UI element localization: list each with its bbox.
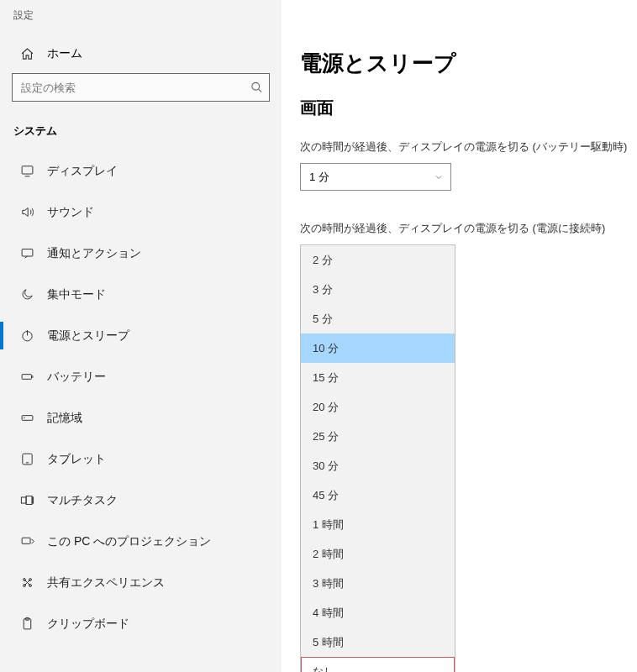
sidebar-item-display[interactable]: ディスプレイ bbox=[0, 150, 282, 192]
sidebar-item-shared[interactable]: 共有エクスペリエンス bbox=[0, 562, 282, 603]
display-icon bbox=[20, 164, 47, 178]
dropdown-option[interactable]: 10 分 bbox=[301, 333, 455, 363]
sidebar-item-label: 共有エクスペリエンス bbox=[47, 575, 165, 591]
sidebar-item-label: 電源とスリープ bbox=[47, 328, 129, 344]
svg-point-6 bbox=[24, 417, 25, 418]
dropdown-option[interactable]: 2 分 bbox=[301, 245, 455, 275]
sidebar-item-project[interactable]: この PC へのプロジェクション bbox=[0, 521, 282, 562]
dropdown-option[interactable]: 3 時間 bbox=[301, 569, 455, 598]
shared-icon bbox=[20, 575, 47, 590]
dropdown-option[interactable]: 2 時間 bbox=[301, 539, 455, 569]
svg-rect-5 bbox=[22, 416, 33, 421]
search-wrap bbox=[0, 73, 282, 120]
dropdown-option[interactable]: 4 時間 bbox=[301, 598, 455, 627]
combo-screen-battery[interactable]: 1 分 bbox=[300, 163, 451, 191]
sidebar-item-label: クリップボード bbox=[47, 617, 129, 632]
sidebar-item-label: 通知とアクション bbox=[47, 246, 141, 261]
sidebar-item-clipboard[interactable]: クリップボード bbox=[0, 603, 282, 644]
sidebar-nav: ディスプレイサウンド通知とアクション集中モード電源とスリープバッテリー記憶域タブ… bbox=[0, 150, 282, 644]
clipboard-icon bbox=[20, 617, 47, 631]
sidebar-item-tablet[interactable]: タブレット bbox=[0, 438, 282, 480]
svg-rect-2 bbox=[22, 249, 33, 257]
combo-value: 1 分 bbox=[309, 170, 329, 185]
svg-rect-1 bbox=[22, 166, 33, 174]
dropdown-option[interactable]: 5 時間 bbox=[301, 627, 455, 657]
home-icon bbox=[20, 47, 47, 61]
dropdown-option[interactable]: 1 時間 bbox=[301, 510, 455, 539]
dropdown-option[interactable]: 30 分 bbox=[301, 451, 455, 480]
notifications-icon bbox=[20, 246, 47, 260]
focus-assist-icon bbox=[20, 287, 47, 302]
svg-point-0 bbox=[252, 82, 260, 90]
search-input[interactable] bbox=[12, 73, 270, 102]
section-title: 画面 bbox=[300, 97, 635, 119]
sidebar-item-label: バッテリー bbox=[47, 370, 106, 385]
dropdown-option[interactable]: なし bbox=[301, 657, 455, 672]
sidebar-item-focus-assist[interactable]: 集中モード bbox=[0, 274, 282, 315]
sidebar-item-label: サウンド bbox=[47, 205, 94, 220]
multitask-icon bbox=[20, 493, 47, 507]
search-icon bbox=[250, 81, 263, 94]
main-content: 電源とスリープ 画面 次の時間が経過後、ディスプレイの電源を切る (バッテリー駆… bbox=[282, 0, 637, 672]
sidebar-item-label: マルチタスク bbox=[47, 493, 118, 508]
setting1-label: 次の時間が経過後、ディスプレイの電源を切る (バッテリー駆動時) bbox=[300, 139, 635, 155]
storage-icon bbox=[20, 411, 47, 425]
home-nav[interactable]: ホーム bbox=[0, 28, 282, 73]
category-label: システム bbox=[0, 120, 282, 150]
sidebar-item-label: ディスプレイ bbox=[47, 164, 118, 179]
dropdown-option[interactable]: 3 分 bbox=[301, 275, 455, 304]
sidebar-item-label: 集中モード bbox=[47, 287, 106, 302]
sidebar-item-storage[interactable]: 記憶域 bbox=[0, 397, 282, 438]
sidebar-item-label: タブレット bbox=[47, 452, 106, 467]
dropdown-option[interactable]: 25 分 bbox=[301, 422, 455, 451]
sound-icon bbox=[20, 205, 47, 219]
svg-rect-8 bbox=[21, 497, 26, 503]
sidebar-item-multitask[interactable]: マルチタスク bbox=[0, 480, 282, 521]
svg-rect-10 bbox=[32, 497, 33, 503]
sidebar-item-label: この PC へのプロジェクション bbox=[47, 534, 211, 549]
setting2-label: 次の時間が経過後、ディスプレイの電源を切る (電源に接続時) bbox=[300, 221, 635, 236]
dropdown-option[interactable]: 20 分 bbox=[301, 392, 455, 422]
app-title: 設定 bbox=[0, 0, 282, 28]
tablet-icon bbox=[20, 452, 47, 466]
dropdown-option[interactable]: 15 分 bbox=[301, 363, 455, 392]
svg-rect-4 bbox=[22, 375, 31, 380]
sidebar-item-power-sleep[interactable]: 電源とスリープ bbox=[0, 315, 282, 356]
project-icon bbox=[20, 534, 47, 549]
sidebar-item-sound[interactable]: サウンド bbox=[0, 192, 282, 233]
combo-screen-plugged-dropdown[interactable]: 2 分3 分5 分10 分15 分20 分25 分30 分45 分1 時間2 時… bbox=[300, 244, 455, 672]
sidebar: 設定 ホーム システム ディスプレイサウンド通知とアクション集中モード電源とスリ… bbox=[0, 0, 282, 672]
chevron-down-icon bbox=[434, 172, 444, 182]
page-title: 電源とスリープ bbox=[300, 49, 635, 78]
dropdown-option[interactable]: 5 分 bbox=[301, 304, 455, 333]
dropdown-option[interactable]: 45 分 bbox=[301, 480, 455, 510]
sidebar-item-battery[interactable]: バッテリー bbox=[0, 356, 282, 397]
power-sleep-icon bbox=[20, 328, 47, 343]
sidebar-item-notifications[interactable]: 通知とアクション bbox=[0, 233, 282, 274]
sidebar-item-label: 記憶域 bbox=[47, 411, 82, 426]
svg-rect-11 bbox=[22, 538, 30, 543]
svg-rect-9 bbox=[26, 496, 32, 505]
home-label: ホーム bbox=[47, 46, 82, 61]
battery-icon bbox=[20, 370, 47, 384]
